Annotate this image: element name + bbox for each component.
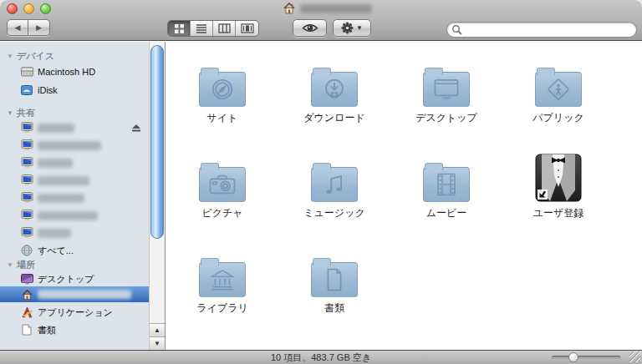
sidebar: ▼ デバイス Macintosh HD iDisk ▼ 共有: [0, 42, 149, 350]
shared-computer-icon: [20, 209, 33, 222]
file-item-documents[interactable]: 書類: [278, 242, 390, 337]
icon-grid: サイト ダウンロード: [166, 42, 642, 350]
sidebar-item-label: アプリケーション: [38, 306, 113, 319]
sidebar-item-home-selected[interactable]: [0, 286, 149, 302]
sidebar-item-all-shared[interactable]: すべて...: [0, 243, 149, 258]
shared-computer-name-redacted: [38, 159, 73, 168]
folder-icon-library-building: [199, 262, 246, 297]
alias-arrow-badge: [538, 190, 548, 200]
file-item-library[interactable]: ライブラリ: [166, 242, 278, 337]
file-item-downloads[interactable]: ダウンロード: [278, 52, 390, 147]
shared-computer-icon: [20, 191, 33, 205]
back-button[interactable]: ◀: [7, 19, 28, 36]
tuxedo-alias-icon: [535, 154, 582, 202]
folder-icon-music-note: [311, 167, 358, 202]
file-label: ライブラリ: [196, 301, 247, 316]
sidebar-item-applications[interactable]: アプリケーション: [0, 305, 149, 320]
sidebar-item-documents[interactable]: 書類: [0, 322, 149, 337]
sidebar-item-shared-computer[interactable]: [0, 138, 149, 153]
scroll-up-button[interactable]: ▲: [150, 323, 165, 336]
search-input[interactable]: [462, 24, 621, 36]
shared-computer-icon: [20, 139, 33, 152]
folder-icon-camera: [199, 167, 246, 202]
status-bar: 10 項目、483.7 GB 空き: [0, 350, 642, 364]
home-icon: [283, 2, 296, 15]
sidebar-item-label: すべて...: [38, 245, 74, 257]
shared-computer-name-redacted: [38, 229, 71, 238]
sidebar-item-label: Macintosh HD: [38, 67, 95, 77]
shared-computer-name-redacted: [38, 176, 89, 185]
scrollbar-thumb[interactable]: [150, 45, 164, 239]
applications-icon: [20, 306, 33, 319]
sidebar-item-desktop[interactable]: デスクトップ: [0, 271, 149, 286]
folder-icon-film-strip: [423, 167, 470, 202]
navigation-buttons: ◀ ▶: [7, 19, 50, 36]
sidebar-item-shared-computer[interactable]: [0, 225, 149, 240]
shared-computer-icon: [20, 156, 33, 169]
view-switcher: [167, 20, 259, 37]
sidebar-item-shared-computer[interactable]: [0, 155, 149, 170]
file-label: ピクチャ: [201, 206, 242, 220]
icon-view-button[interactable]: [168, 21, 191, 36]
sidebar-item-idisk[interactable]: iDisk: [0, 83, 149, 98]
folder-icon-document-page: [311, 262, 358, 297]
list-view-icon: [196, 23, 207, 33]
forward-button[interactable]: ▶: [28, 19, 50, 36]
close-button[interactable]: [7, 3, 18, 14]
icon-size-slider[interactable]: [552, 356, 620, 360]
column-view-button[interactable]: [213, 21, 236, 36]
sidebar-item-shared-computer[interactable]: [0, 120, 149, 135]
file-item-sites[interactable]: サイト: [166, 52, 278, 147]
sidebar-item-shared-computer[interactable]: [0, 173, 149, 188]
action-menu-button[interactable]: ▼: [333, 19, 371, 37]
quick-look-button[interactable]: [293, 19, 327, 37]
file-label: デスクトップ: [415, 111, 477, 125]
icon-view-icon: [174, 23, 185, 34]
sidebar-section-places[interactable]: ▼ 場所: [0, 257, 149, 272]
shared-computer-icon: [20, 226, 33, 240]
file-item-user-registration[interactable]: ユーザ登録: [502, 147, 614, 242]
zoom-button[interactable]: [40, 3, 51, 14]
file-item-music[interactable]: ミュージック: [278, 147, 390, 242]
sidebar-item-shared-computer[interactable]: [0, 190, 149, 205]
home-icon: [20, 288, 33, 301]
section-label-devices: デバイス: [17, 50, 54, 63]
search-field[interactable]: [446, 22, 637, 38]
sidebar-scrollbar[interactable]: ▲ ▼: [149, 42, 166, 350]
scroll-down-button[interactable]: ▼: [150, 336, 165, 350]
gear-icon: [341, 22, 354, 34]
shared-computer-icon: [20, 121, 33, 134]
eject-icon[interactable]: [130, 122, 142, 134]
file-label: ムービー: [426, 206, 467, 220]
coverflow-view-button[interactable]: [236, 21, 258, 36]
shared-computer-name-redacted: [38, 141, 101, 150]
minimize-button[interactable]: [23, 3, 34, 14]
slider-knob[interactable]: [568, 352, 578, 362]
file-label: 書類: [324, 301, 344, 316]
sidebar-item-label: 書類: [38, 324, 56, 336]
column-view-icon: [218, 23, 231, 33]
shared-computer-name-redacted: [38, 211, 98, 220]
shared-computer-name-redacted: [38, 124, 74, 133]
file-item-pictures[interactable]: ピクチャ: [166, 147, 278, 242]
disclosure-triangle-icon: ▼: [7, 53, 13, 60]
file-item-desktop[interactable]: デスクトップ: [390, 52, 502, 147]
list-view-button[interactable]: [191, 21, 213, 36]
status-text: 10 項目、483.7 GB 空き: [271, 351, 371, 364]
resize-grip-icon[interactable]: [629, 351, 640, 362]
sidebar-item-macintosh-hd[interactable]: Macintosh HD: [0, 64, 149, 79]
folder-icon-public-sign: [535, 72, 582, 107]
file-item-public[interactable]: パブリック: [502, 52, 614, 147]
shared-computer-icon: [20, 174, 33, 187]
folder-icon-compass: [199, 72, 246, 107]
file-item-movies[interactable]: ムービー: [390, 147, 502, 242]
sidebar-section-shared[interactable]: ▼ 共有: [0, 105, 149, 120]
sidebar-item-shared-computer[interactable]: [0, 208, 149, 223]
file-label: ミュージック: [303, 206, 364, 220]
icon-view-content: サイト ダウンロード: [166, 42, 642, 350]
window-title: [283, 2, 372, 15]
sidebar-section-devices[interactable]: ▼ デバイス: [0, 48, 149, 63]
home-name-redacted: [38, 290, 131, 299]
document-icon: [20, 323, 33, 336]
eye-icon: [302, 23, 318, 33]
